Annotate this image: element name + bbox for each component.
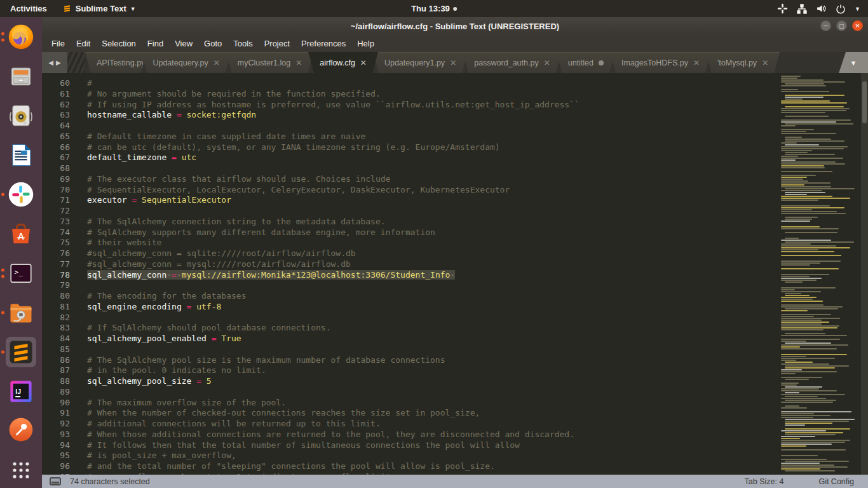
dock-item-rhythmbox[interactable]: [0, 96, 42, 135]
menu-item-find[interactable]: Find: [142, 36, 169, 51]
tab-updatequery-py[interactable]: Updatequery.py✕: [141, 52, 231, 73]
code-line-83[interactable]: 83# If SqlAlchemy should pool database c…: [42, 323, 776, 334]
code-line-61[interactable]: 61# No argument should be required in th…: [42, 89, 776, 100]
tab-imagestohdfs-py[interactable]: ImagesToHDFS.py✕: [610, 52, 711, 73]
code-line-79[interactable]: 79: [42, 280, 776, 291]
code-line-88[interactable]: 88sql_alchemy_pool_size = 5: [42, 376, 776, 387]
menu-item-file[interactable]: File: [46, 36, 71, 51]
code-line-72[interactable]: 72: [42, 206, 776, 217]
tab-scroll-left-icon[interactable]: ◀: [48, 59, 53, 66]
tab--tomysql-py[interactable]: 'toMysql.py✕: [706, 52, 780, 73]
tab-untitled[interactable]: untitled: [557, 52, 615, 73]
code-line-75[interactable]: 75# their website: [42, 238, 776, 248]
network-icon[interactable]: [797, 4, 807, 14]
dock-item-show-applications[interactable]: [0, 451, 42, 488]
git-branch-indicator[interactable]: Git Config: [818, 477, 854, 486]
code-line-76[interactable]: 76#sql_alchemy_conn = sqlite:////root/ai…: [42, 248, 776, 259]
tab-size-indicator[interactable]: Tab Size: 4: [745, 477, 784, 486]
code-area[interactable]: 60#61# No argument should be required in…: [42, 73, 776, 475]
close-tab-icon[interactable]: ✕: [295, 58, 302, 67]
code-line-70[interactable]: 70# SequentialExecutor, LocalExecutor, C…: [42, 185, 776, 196]
dock-item-intellij-idea[interactable]: IJ: [0, 372, 42, 411]
code-line-87[interactable]: 87# in the pool. 0 indicates no limit.: [42, 365, 776, 376]
menu-item-selection[interactable]: Selection: [96, 36, 141, 51]
code-line-68[interactable]: 68: [42, 163, 776, 174]
chevron-down-icon[interactable]: ▼: [855, 6, 860, 12]
code-line-93[interactable]: 93# When those additional connections ar…: [42, 430, 776, 440]
code-line-92[interactable]: 92# additional connections will be retur…: [42, 419, 776, 430]
code-line-85[interactable]: 85: [42, 344, 776, 355]
dock-item-ubuntu-software[interactable]: A: [0, 214, 42, 254]
code-line-84[interactable]: 84sql_alchemy_pool_enabled = True: [42, 334, 776, 344]
dock-item-files[interactable]: [0, 57, 42, 96]
close-tab-icon[interactable]: ✕: [693, 58, 700, 67]
minimize-button[interactable]: ─: [820, 20, 831, 31]
code-line-96[interactable]: 96# and the total number of "sleeping" c…: [42, 461, 776, 472]
code-line-81[interactable]: 81sql_engine_encoding = utf-8: [42, 302, 776, 313]
code-line-69[interactable]: 69# The executor class that airflow shou…: [42, 174, 776, 185]
menu-item-tools[interactable]: Tools: [227, 36, 258, 51]
app-menu[interactable]: Sublime Text ▼: [62, 4, 136, 13]
menu-item-view[interactable]: View: [169, 36, 198, 51]
clock[interactable]: Thu 13:39: [411, 4, 457, 13]
close-tab-icon[interactable]: ✕: [544, 58, 550, 67]
maximize-button[interactable]: ◻: [836, 20, 847, 31]
code-line-80[interactable]: 80# The encoding for the databases: [42, 291, 776, 302]
editor[interactable]: 60#61# No argument should be required in…: [42, 73, 868, 475]
power-icon[interactable]: [836, 4, 846, 14]
code-line-94[interactable]: 94# It follows then that the total numbe…: [42, 440, 776, 451]
activities-button[interactable]: Activities: [6, 4, 51, 13]
scrollbar-handle[interactable]: [862, 81, 867, 123]
dock-item-libreoffice-writer[interactable]: [0, 135, 42, 175]
tab-apitesting-py[interactable]: APITesting.py: [85, 52, 146, 73]
tab-scroll-buttons[interactable]: ◀ ▶: [42, 52, 67, 73]
menu-item-help[interactable]: Help: [351, 36, 380, 51]
dock-item-firefox[interactable]: [0, 17, 42, 57]
dock-item-postman[interactable]: [0, 411, 42, 451]
code-line-89[interactable]: 89: [42, 387, 776, 398]
code-line-65[interactable]: 65# Default timezone in case supplied da…: [42, 132, 776, 142]
dock-item-terminal[interactable]: >_: [0, 254, 42, 293]
scrollbar[interactable]: [861, 73, 868, 475]
code-line-73[interactable]: 73# The SqlAlchemy connection string to …: [42, 217, 776, 227]
tab-overflow-button[interactable]: ▼: [839, 52, 868, 73]
slack-tray-icon[interactable]: [777, 3, 788, 14]
code-line-64[interactable]: 64: [42, 121, 776, 132]
tab-scroll-right-icon[interactable]: ▶: [56, 59, 61, 66]
menu-item-edit[interactable]: Edit: [71, 36, 96, 51]
code-line-90[interactable]: 90# The maximum overflow size of the poo…: [42, 398, 776, 409]
tab-updatequery1-py[interactable]: Updatequery1.py✕: [373, 52, 468, 73]
code-line-60[interactable]: 60#: [42, 78, 776, 89]
minimap[interactable]: [776, 73, 861, 475]
code-line-66[interactable]: 66# can be utc (default), system, or any…: [42, 142, 776, 153]
tab-password-auth-py[interactable]: password_auth.py✕: [463, 52, 562, 73]
dock-item-network-folder[interactable]: [0, 293, 42, 332]
code-line-67[interactable]: 67default_timezone = utc: [42, 152, 776, 163]
dock-item-sublime-text[interactable]: [0, 332, 42, 372]
code-line-71[interactable]: 71executor = SequentialExecutor: [42, 195, 776, 206]
code-line-95[interactable]: 95# is pool_size + max_overflow,: [42, 451, 776, 461]
menu-item-goto[interactable]: Goto: [198, 36, 227, 51]
volume-icon[interactable]: [816, 3, 827, 14]
titlebar[interactable]: ~/airflow/airflow.cfg - Sublime Text (UN…: [42, 17, 868, 35]
code-line-74[interactable]: 74# SqlAlchemy supports many different d…: [42, 227, 776, 238]
close-tab-icon[interactable]: ✕: [762, 58, 768, 67]
code-line-91[interactable]: 91# When the number of checked-out conne…: [42, 408, 776, 419]
code-line-86[interactable]: 86# The SqlAlchemy pool size is the maxi…: [42, 355, 776, 366]
code-line-82[interactable]: 82: [42, 313, 776, 323]
close-tab-icon[interactable]: ✕: [450, 58, 456, 67]
code-line-78[interactable]: 78sql_alchemy_conn·=·mysql://airflow:Mon…: [42, 270, 776, 281]
code-line-77[interactable]: 77#sql_alchemy_conn = mysql:////root/air…: [42, 259, 776, 270]
menu-item-preferences[interactable]: Preferences: [295, 36, 351, 51]
panel-toggle-icon[interactable]: [50, 477, 61, 485]
menu-item-project[interactable]: Project: [259, 36, 295, 51]
tab-airflow-cfg[interactable]: airflow.cfg✕: [308, 52, 378, 73]
unsaved-dot-icon[interactable]: [599, 60, 604, 65]
close-tab-icon[interactable]: ✕: [360, 58, 367, 67]
close-button[interactable]: ✕: [852, 20, 863, 31]
close-tab-icon[interactable]: ✕: [214, 58, 220, 67]
tab-mycluster1-log[interactable]: myCluster1.log✕: [226, 52, 313, 73]
code-line-63[interactable]: 63hostname_callable = socket:getfqdn: [42, 110, 776, 121]
dock-item-slack[interactable]: [0, 175, 42, 214]
code-line-62[interactable]: 62# If using IP address as hostname is p…: [42, 100, 776, 111]
